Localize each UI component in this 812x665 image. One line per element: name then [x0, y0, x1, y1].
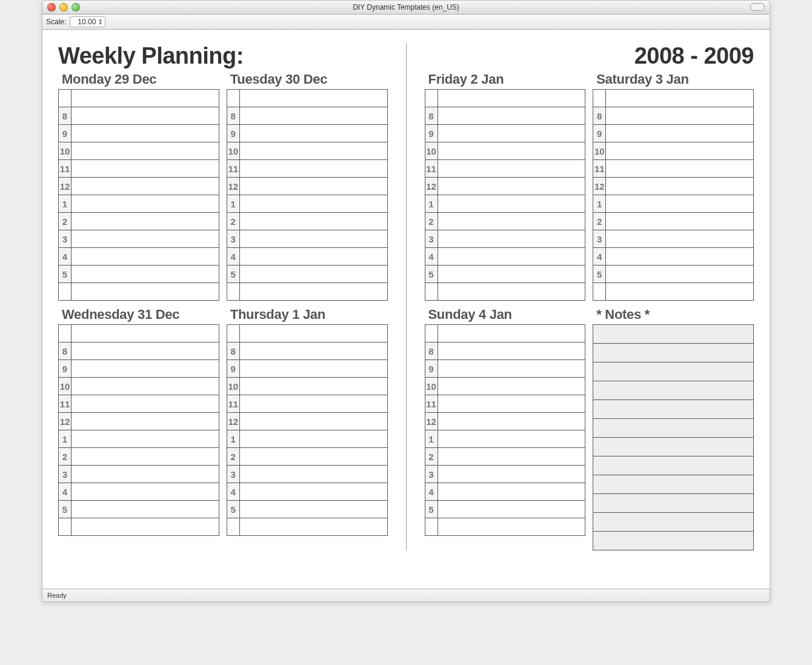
slot-cell[interactable]	[72, 343, 219, 360]
slot-cell[interactable]	[239, 90, 387, 107]
slot-cell[interactable]	[239, 360, 387, 378]
slot-cell[interactable]	[239, 142, 387, 160]
slot-cell[interactable]	[239, 378, 387, 395]
slot-cell[interactable]	[438, 413, 585, 430]
slot-cell[interactable]	[438, 125, 585, 142]
slot-cell[interactable]	[438, 501, 585, 518]
slot-cell[interactable]	[438, 483, 585, 501]
slot-cell[interactable]	[606, 195, 754, 213]
slot-cell[interactable]	[438, 160, 585, 178]
notes-row[interactable]	[593, 363, 754, 381]
slot-cell[interactable]	[438, 325, 585, 343]
zoom-icon[interactable]	[72, 3, 80, 12]
slot-cell[interactable]	[239, 230, 387, 248]
slot-cell[interactable]	[438, 178, 585, 195]
slot-cell[interactable]	[438, 213, 585, 230]
slot-cell[interactable]	[239, 448, 387, 466]
slot-cell[interactable]	[438, 107, 585, 125]
slot-cell[interactable]	[239, 248, 387, 266]
slot-cell[interactable]	[239, 195, 387, 213]
slot-cell[interactable]	[239, 518, 387, 536]
slot-cell[interactable]	[72, 90, 219, 107]
titlebar[interactable]: DIY Dynamic Templates (en_US)	[42, 1, 770, 15]
slot-cell[interactable]	[72, 142, 219, 160]
slot-cell[interactable]	[72, 483, 219, 501]
notes-row[interactable]	[593, 419, 754, 438]
document-canvas[interactable]: Weekly Planning: Monday 29 Dec8910111212…	[42, 30, 770, 589]
minimize-icon[interactable]	[59, 3, 68, 12]
toolbar-toggle-button[interactable]	[750, 3, 765, 11]
notes-row[interactable]	[593, 381, 754, 400]
slot-cell[interactable]	[438, 430, 585, 448]
slot-cell[interactable]	[438, 266, 585, 283]
slot-cell[interactable]	[72, 195, 219, 213]
slot-cell[interactable]	[72, 448, 219, 466]
slot-cell[interactable]	[606, 248, 754, 266]
slot-cell[interactable]	[72, 430, 219, 448]
notes-row[interactable]	[593, 400, 754, 419]
slot-cell[interactable]	[72, 248, 219, 266]
scale-value[interactable]: 10.00	[73, 18, 96, 26]
slot-cell[interactable]	[606, 178, 754, 195]
slot-cell[interactable]	[239, 178, 387, 195]
slot-cell[interactable]	[72, 178, 219, 195]
slot-cell[interactable]	[72, 230, 219, 248]
slot-cell[interactable]	[438, 448, 585, 466]
slot-cell[interactable]	[72, 518, 219, 536]
slot-cell[interactable]	[438, 343, 585, 360]
slot-cell[interactable]	[72, 107, 219, 125]
slot-cell[interactable]	[438, 230, 585, 248]
slot-cell[interactable]	[72, 213, 219, 230]
notes-row[interactable]	[593, 532, 754, 550]
slot-cell[interactable]	[438, 248, 585, 266]
scale-stepper[interactable]: 10.00 ▲ ▼	[70, 16, 105, 27]
slot-cell[interactable]	[239, 325, 387, 343]
slot-cell[interactable]	[72, 125, 219, 142]
slot-cell[interactable]	[438, 360, 585, 378]
slot-cell[interactable]	[72, 395, 219, 413]
close-icon[interactable]	[47, 3, 56, 12]
slot-cell[interactable]	[239, 466, 387, 483]
slot-cell[interactable]	[606, 266, 754, 283]
slot-cell[interactable]	[239, 343, 387, 360]
slot-cell[interactable]	[239, 266, 387, 283]
slot-cell[interactable]	[606, 283, 754, 301]
slot-cell[interactable]	[72, 160, 219, 178]
slot-cell[interactable]	[606, 107, 754, 125]
slot-cell[interactable]	[606, 213, 754, 230]
slot-cell[interactable]	[438, 378, 585, 395]
slot-cell[interactable]	[72, 466, 219, 483]
slot-cell[interactable]	[239, 107, 387, 125]
notes-row[interactable]	[593, 456, 754, 475]
slot-cell[interactable]	[606, 90, 754, 107]
notes-row[interactable]	[593, 475, 754, 494]
slot-cell[interactable]	[438, 466, 585, 483]
slot-cell[interactable]	[438, 283, 585, 301]
slot-cell[interactable]	[606, 142, 754, 160]
notes-row[interactable]	[593, 325, 754, 344]
slot-cell[interactable]	[72, 325, 219, 343]
slot-cell[interactable]	[438, 90, 585, 107]
slot-cell[interactable]	[72, 266, 219, 283]
slot-cell[interactable]	[239, 125, 387, 142]
notes-row[interactable]	[593, 438, 754, 456]
slot-cell[interactable]	[72, 283, 219, 301]
slot-cell[interactable]	[239, 395, 387, 413]
slot-cell[interactable]	[438, 395, 585, 413]
slot-cell[interactable]	[438, 195, 585, 213]
stepper-down-icon[interactable]: ▼	[98, 22, 102, 25]
slot-cell[interactable]	[239, 430, 387, 448]
slot-cell[interactable]	[239, 160, 387, 178]
slot-cell[interactable]	[72, 413, 219, 430]
notes-row[interactable]	[593, 344, 754, 363]
slot-cell[interactable]	[606, 160, 754, 178]
slot-cell[interactable]	[239, 483, 387, 501]
slot-cell[interactable]	[438, 142, 585, 160]
notes-row[interactable]	[593, 513, 754, 532]
slot-cell[interactable]	[606, 125, 754, 142]
slot-cell[interactable]	[239, 213, 387, 230]
slot-cell[interactable]	[606, 230, 754, 248]
slot-cell[interactable]	[72, 360, 219, 378]
slot-cell[interactable]	[72, 378, 219, 395]
slot-cell[interactable]	[239, 501, 387, 518]
